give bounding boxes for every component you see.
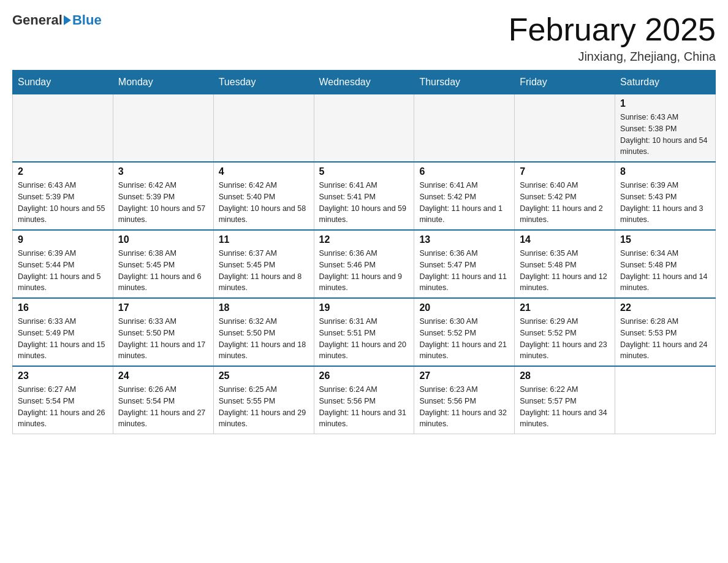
calendar-day-cell: 22Sunrise: 6:28 AMSunset: 5:53 PMDayligh… <box>615 298 716 366</box>
day-number: 21 <box>520 302 610 313</box>
day-info: Sunrise: 6:42 AMSunset: 5:40 PMDaylight:… <box>219 180 309 226</box>
calendar-day-cell: 13Sunrise: 6:36 AMSunset: 5:47 PMDayligh… <box>414 230 515 298</box>
day-info: Sunrise: 6:31 AMSunset: 5:51 PMDaylight:… <box>319 316 409 362</box>
day-info: Sunrise: 6:26 AMSunset: 5:54 PMDaylight:… <box>118 384 208 430</box>
day-info: Sunrise: 6:34 AMSunset: 5:48 PMDaylight:… <box>620 248 710 294</box>
calendar-day-cell <box>615 366 716 434</box>
day-number: 25 <box>219 370 309 381</box>
calendar-day-cell: 1Sunrise: 6:43 AMSunset: 5:38 PMDaylight… <box>615 94 716 163</box>
day-number: 24 <box>118 370 208 381</box>
calendar-day-cell <box>13 94 113 163</box>
day-number: 11 <box>219 234 309 245</box>
calendar-day-cell: 26Sunrise: 6:24 AMSunset: 5:56 PMDayligh… <box>314 366 414 434</box>
day-info: Sunrise: 6:39 AMSunset: 5:44 PMDaylight:… <box>18 248 108 294</box>
day-info: Sunrise: 6:36 AMSunset: 5:46 PMDaylight:… <box>319 248 409 294</box>
calendar-day-cell <box>314 94 414 163</box>
day-info: Sunrise: 6:41 AMSunset: 5:41 PMDaylight:… <box>319 180 409 226</box>
day-number: 3 <box>118 166 208 177</box>
calendar-day-cell: 4Sunrise: 6:42 AMSunset: 5:40 PMDaylight… <box>213 162 314 230</box>
logo-triangle-icon <box>64 15 71 25</box>
day-info: Sunrise: 6:39 AMSunset: 5:43 PMDaylight:… <box>620 180 710 226</box>
day-number: 14 <box>520 234 610 245</box>
day-number: 16 <box>18 302 108 313</box>
day-info: Sunrise: 6:38 AMSunset: 5:45 PMDaylight:… <box>118 248 208 294</box>
calendar-week-row: 2Sunrise: 6:43 AMSunset: 5:39 PMDaylight… <box>13 162 716 230</box>
day-number: 5 <box>319 166 409 177</box>
calendar-day-cell: 8Sunrise: 6:39 AMSunset: 5:43 PMDaylight… <box>615 162 716 230</box>
day-number: 8 <box>620 166 710 177</box>
day-info: Sunrise: 6:27 AMSunset: 5:54 PMDaylight:… <box>18 384 108 430</box>
calendar-day-cell: 2Sunrise: 6:43 AMSunset: 5:39 PMDaylight… <box>13 162 113 230</box>
calendar-day-cell: 16Sunrise: 6:33 AMSunset: 5:49 PMDayligh… <box>13 298 113 366</box>
day-number: 10 <box>118 234 208 245</box>
calendar-day-cell: 14Sunrise: 6:35 AMSunset: 5:48 PMDayligh… <box>515 230 615 298</box>
calendar-day-cell <box>515 94 615 163</box>
calendar-day-cell: 6Sunrise: 6:41 AMSunset: 5:42 PMDaylight… <box>414 162 515 230</box>
day-number: 12 <box>319 234 409 245</box>
calendar-day-cell <box>213 94 314 163</box>
day-info: Sunrise: 6:28 AMSunset: 5:53 PMDaylight:… <box>620 316 710 362</box>
month-title: February 2025 <box>509 12 716 47</box>
calendar-header-row: SundayMondayTuesdayWednesdayThursdayFrid… <box>13 71 716 94</box>
calendar-header-thursday: Thursday <box>414 71 515 94</box>
day-info: Sunrise: 6:43 AMSunset: 5:39 PMDaylight:… <box>18 180 108 226</box>
day-number: 4 <box>219 166 309 177</box>
calendar-day-cell: 28Sunrise: 6:22 AMSunset: 5:57 PMDayligh… <box>515 366 615 434</box>
calendar-day-cell: 24Sunrise: 6:26 AMSunset: 5:54 PMDayligh… <box>113 366 213 434</box>
calendar-week-row: 23Sunrise: 6:27 AMSunset: 5:54 PMDayligh… <box>13 366 716 434</box>
day-info: Sunrise: 6:41 AMSunset: 5:42 PMDaylight:… <box>419 180 509 226</box>
calendar-day-cell: 27Sunrise: 6:23 AMSunset: 5:56 PMDayligh… <box>414 366 515 434</box>
day-number: 22 <box>620 302 710 313</box>
calendar-day-cell <box>414 94 515 163</box>
day-info: Sunrise: 6:42 AMSunset: 5:39 PMDaylight:… <box>118 180 208 226</box>
day-number: 20 <box>419 302 509 313</box>
day-number: 27 <box>419 370 509 381</box>
calendar-day-cell: 23Sunrise: 6:27 AMSunset: 5:54 PMDayligh… <box>13 366 113 434</box>
calendar-day-cell: 5Sunrise: 6:41 AMSunset: 5:41 PMDaylight… <box>314 162 414 230</box>
day-number: 1 <box>620 98 710 109</box>
calendar-day-cell: 10Sunrise: 6:38 AMSunset: 5:45 PMDayligh… <box>113 230 213 298</box>
day-number: 26 <box>319 370 409 381</box>
location: Jinxiang, Zhejiang, China <box>509 50 716 64</box>
day-info: Sunrise: 6:33 AMSunset: 5:49 PMDaylight:… <box>18 316 108 362</box>
day-number: 23 <box>18 370 108 381</box>
day-number: 6 <box>419 166 509 177</box>
calendar-header-friday: Friday <box>515 71 615 94</box>
day-number: 9 <box>18 234 108 245</box>
title-block: February 2025 Jinxiang, Zhejiang, China <box>509 12 716 64</box>
calendar-table: SundayMondayTuesdayWednesdayThursdayFrid… <box>12 70 716 434</box>
day-info: Sunrise: 6:24 AMSunset: 5:56 PMDaylight:… <box>319 384 409 430</box>
day-info: Sunrise: 6:25 AMSunset: 5:55 PMDaylight:… <box>219 384 309 430</box>
calendar-day-cell <box>113 94 213 163</box>
calendar-day-cell: 9Sunrise: 6:39 AMSunset: 5:44 PMDaylight… <box>13 230 113 298</box>
day-number: 19 <box>319 302 409 313</box>
calendar-day-cell: 15Sunrise: 6:34 AMSunset: 5:48 PMDayligh… <box>615 230 716 298</box>
calendar-day-cell: 17Sunrise: 6:33 AMSunset: 5:50 PMDayligh… <box>113 298 213 366</box>
calendar-header-wednesday: Wednesday <box>314 71 414 94</box>
day-info: Sunrise: 6:40 AMSunset: 5:42 PMDaylight:… <box>520 180 610 226</box>
day-info: Sunrise: 6:30 AMSunset: 5:52 PMDaylight:… <box>419 316 509 362</box>
day-number: 28 <box>520 370 610 381</box>
calendar-day-cell: 18Sunrise: 6:32 AMSunset: 5:50 PMDayligh… <box>213 298 314 366</box>
calendar-day-cell: 19Sunrise: 6:31 AMSunset: 5:51 PMDayligh… <box>314 298 414 366</box>
calendar-day-cell: 7Sunrise: 6:40 AMSunset: 5:42 PMDaylight… <box>515 162 615 230</box>
calendar-header-monday: Monday <box>113 71 213 94</box>
day-info: Sunrise: 6:33 AMSunset: 5:50 PMDaylight:… <box>118 316 208 362</box>
day-info: Sunrise: 6:22 AMSunset: 5:57 PMDaylight:… <box>520 384 610 430</box>
calendar-day-cell: 25Sunrise: 6:25 AMSunset: 5:55 PMDayligh… <box>213 366 314 434</box>
day-info: Sunrise: 6:29 AMSunset: 5:52 PMDaylight:… <box>520 316 610 362</box>
calendar-day-cell: 3Sunrise: 6:42 AMSunset: 5:39 PMDaylight… <box>113 162 213 230</box>
logo-blue: Blue <box>72 12 102 28</box>
calendar-day-cell: 20Sunrise: 6:30 AMSunset: 5:52 PMDayligh… <box>414 298 515 366</box>
calendar-header-tuesday: Tuesday <box>213 71 314 94</box>
logo: General Blue <box>12 12 102 28</box>
day-number: 13 <box>419 234 509 245</box>
calendar-week-row: 16Sunrise: 6:33 AMSunset: 5:49 PMDayligh… <box>13 298 716 366</box>
day-number: 7 <box>520 166 610 177</box>
day-number: 18 <box>219 302 309 313</box>
calendar-week-row: 9Sunrise: 6:39 AMSunset: 5:44 PMDaylight… <box>13 230 716 298</box>
day-info: Sunrise: 6:36 AMSunset: 5:47 PMDaylight:… <box>419 248 509 294</box>
calendar-day-cell: 11Sunrise: 6:37 AMSunset: 5:45 PMDayligh… <box>213 230 314 298</box>
page-header: General Blue February 2025 Jinxiang, Zhe… <box>12 12 716 64</box>
day-number: 17 <box>118 302 208 313</box>
